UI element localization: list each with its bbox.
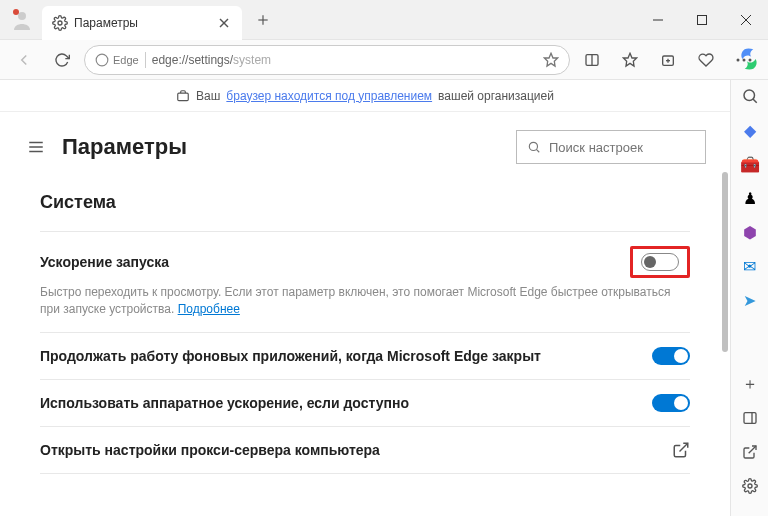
window-titlebar: Параметры: [0, 0, 768, 40]
profile-badge[interactable]: [10, 8, 34, 32]
svg-point-34: [748, 484, 752, 488]
system-section: Система Ускорение запуска Быстро переход…: [0, 182, 730, 474]
external-link-icon: [672, 441, 690, 459]
svg-line-28: [680, 443, 688, 451]
settings-header: Параметры: [0, 112, 730, 182]
window-maximize-button[interactable]: [680, 0, 724, 40]
settings-sidebar-icon[interactable]: [740, 476, 760, 496]
section-title: Система: [40, 192, 690, 213]
toggle-startup-boost[interactable]: [641, 253, 679, 271]
m365-sidebar-icon[interactable]: ⬢: [740, 222, 760, 242]
highlight-annotation: [630, 246, 690, 278]
svg-point-11: [96, 54, 108, 66]
svg-marker-15: [623, 53, 636, 66]
outlook-sidebar-icon[interactable]: ✉: [740, 256, 760, 276]
setting-label: Ускорение запуска: [40, 254, 630, 270]
setting-label: Продолжать работу фоновых приложений, ко…: [40, 348, 652, 364]
settings-search[interactable]: [516, 130, 706, 164]
tab-title: Параметры: [74, 16, 216, 30]
window-close-button[interactable]: [724, 0, 768, 40]
edge-sidebar: ◆ 🧰 ♟ ⬢ ✉ ➤ ＋: [730, 80, 768, 516]
send-sidebar-icon[interactable]: ➤: [740, 290, 760, 310]
managed-banner: Ваш браузер находится под управлением ва…: [0, 80, 730, 112]
external-sidebar-icon[interactable]: [740, 442, 760, 462]
browser-toolbar: Edge edge://settings/system: [0, 40, 768, 80]
svg-point-29: [744, 90, 755, 101]
gear-icon: [52, 15, 68, 31]
favorite-icon[interactable]: [543, 52, 559, 68]
toggle-hardware-accel[interactable]: [652, 394, 690, 412]
collections-icon[interactable]: [652, 44, 684, 76]
divider: [145, 52, 146, 68]
content-area: Ваш браузер находится под управлением ва…: [0, 80, 730, 516]
settings-search-input[interactable]: [549, 140, 717, 155]
search-sidebar-icon[interactable]: [740, 86, 760, 106]
briefcase-icon: [176, 89, 190, 103]
search-icon: [527, 140, 541, 154]
refresh-button[interactable]: [46, 44, 78, 76]
svg-rect-22: [178, 93, 189, 101]
svg-point-26: [529, 142, 537, 150]
edge-icon: Edge: [95, 53, 139, 67]
scrollbar[interactable]: [722, 172, 728, 352]
panel-sidebar-icon[interactable]: [740, 408, 760, 428]
setting-background-apps: Продолжать работу фоновых приложений, ко…: [40, 332, 690, 379]
tools-sidebar-icon[interactable]: 🧰: [740, 154, 760, 174]
setting-startup-boost: Ускорение запуска Быстро переходить к пр…: [40, 231, 690, 332]
split-screen-icon[interactable]: [576, 44, 608, 76]
url-label: Edge: [113, 54, 139, 66]
setting-description: Быстро переходить к просмотру. Если этот…: [40, 284, 690, 318]
svg-rect-31: [744, 413, 756, 424]
games-sidebar-icon[interactable]: ♟: [740, 188, 760, 208]
url-text: edge://settings/system: [152, 53, 537, 67]
plus-sidebar-icon[interactable]: ＋: [740, 374, 760, 394]
copilot-icon[interactable]: [736, 46, 762, 72]
learn-more-link[interactable]: Подробнее: [178, 302, 240, 316]
banner-suffix: вашей организацией: [438, 89, 554, 103]
svg-point-2: [58, 21, 62, 25]
address-bar[interactable]: Edge edge://settings/system: [84, 45, 570, 75]
svg-line-33: [748, 446, 755, 453]
window-minimize-button[interactable]: [636, 0, 680, 40]
hamburger-icon[interactable]: [24, 135, 48, 159]
toggle-background-apps[interactable]: [652, 347, 690, 365]
banner-link[interactable]: браузер находится под управлением: [226, 89, 432, 103]
svg-point-0: [18, 12, 26, 20]
setting-hardware-acceleration: Использовать аппаратное ускорение, если …: [40, 379, 690, 426]
new-tab-button[interactable]: [248, 5, 278, 35]
svg-point-1: [13, 9, 19, 15]
setting-label: Использовать аппаратное ускорение, если …: [40, 395, 652, 411]
svg-rect-8: [698, 15, 707, 24]
banner-prefix: Ваш: [196, 89, 220, 103]
setting-label: Открыть настройки прокси-сервера компьют…: [40, 442, 672, 458]
page-title: Параметры: [62, 134, 516, 160]
setting-proxy[interactable]: Открыть настройки прокси-сервера компьют…: [40, 426, 690, 474]
svg-line-27: [536, 149, 539, 152]
svg-line-30: [753, 99, 757, 103]
svg-marker-12: [544, 53, 557, 66]
favorites-icon[interactable]: [614, 44, 646, 76]
shopping-sidebar-icon[interactable]: ◆: [740, 120, 760, 140]
close-icon[interactable]: [216, 15, 232, 31]
heart-icon[interactable]: [690, 44, 722, 76]
back-button[interactable]: [8, 44, 40, 76]
browser-tab[interactable]: Параметры: [42, 6, 242, 40]
